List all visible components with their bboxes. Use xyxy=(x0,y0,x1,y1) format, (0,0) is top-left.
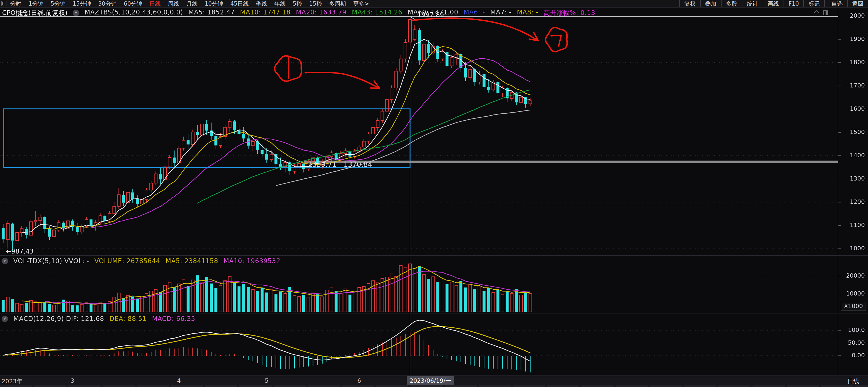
price-tick-label: 1700 xyxy=(839,82,865,89)
period-tag[interactable]: 日线 xyxy=(839,376,868,385)
price-tick-label: 1400 xyxy=(839,152,865,158)
main-indicator-header: CPO概念(日线.前复权) ∨ MAZTBS(5,10,20,43,60,0,0… xyxy=(2,8,595,17)
scrollbar[interactable] xyxy=(0,385,868,387)
volume-indicator-values: VOL-TDX(5,10) VVOL: -VOLUME: 26785644MA5… xyxy=(13,257,280,265)
date-label-4: 6 xyxy=(357,377,361,384)
indicator-value-6: MA6: - xyxy=(464,8,485,17)
macd-tick-label: 100.0 xyxy=(839,327,865,333)
indicator-value-2: MA10: 1747.18 xyxy=(240,8,290,17)
tool-menu-item-0[interactable]: 复权 xyxy=(679,0,700,7)
volume-unit-label: X1000 xyxy=(841,302,866,310)
vol-indicator-value-0: VOL-TDX(5,10) VVOL: - xyxy=(13,257,89,265)
macd-tick-label: 0.00 xyxy=(839,352,865,359)
menu-item-5[interactable]: 60分钟 xyxy=(124,0,142,7)
symbol-title: CPO概念(日线.前复权) xyxy=(2,8,67,17)
pane-option-icons: ◇ ◨ xyxy=(814,8,829,16)
menu-item-8[interactable]: 月线 xyxy=(186,0,197,7)
menu-item-10[interactable]: 45日线 xyxy=(230,0,249,7)
menu-item-11[interactable]: 季线 xyxy=(256,0,267,7)
date-label-1: 3 xyxy=(71,377,74,384)
price-tick-label: 1300 xyxy=(839,175,865,182)
tool-menu-item-3[interactable]: 统计 xyxy=(742,0,763,7)
indicator-value-4: MA43: 1514.26 xyxy=(352,8,402,17)
tools-menu: 复权叠加多股统计画线F10标记-自选返回 xyxy=(679,0,868,7)
tool-menu-item-7[interactable]: -自选 xyxy=(824,0,847,7)
tool-menu-item-8[interactable]: 返回 xyxy=(847,0,868,7)
diamond-icon[interactable]: ◇ xyxy=(814,8,819,16)
tool-menu-item-1[interactable]: 叠加 xyxy=(700,0,721,7)
high-price-marker: 1997.89 xyxy=(417,11,444,19)
macd-indicator-header: ∨ MACD(12,26,9) DIF: 121.68DEA: 88.51MAC… xyxy=(2,315,195,323)
macd-tick-label: 50.00 xyxy=(839,339,865,346)
price-tick-label: 1000 xyxy=(839,245,865,252)
macd-indicator-value-1: DEA: 88.51 xyxy=(110,315,147,323)
menu-item-15[interactable]: 多周期 xyxy=(329,0,346,7)
indicator-value-0: MAZTBS(5,10,20,43,60,0,0,0) xyxy=(85,8,183,17)
tool-menu-item-5[interactable]: F10 xyxy=(783,0,804,7)
main-indicator-values: MAZTBS(5,10,20,43,60,0,0,0)MA5: 1852.47M… xyxy=(85,8,595,17)
macd-indicator-values: MACD(12,26,9) DIF: 121.68DEA: 88.51MACD:… xyxy=(13,315,195,323)
price-tick-label: 2000 xyxy=(839,12,865,19)
price-tick-label: 1900 xyxy=(839,36,865,42)
menu-item-13[interactable]: 5秒 xyxy=(292,0,302,7)
indicator-value-7: MA7: - xyxy=(490,8,512,17)
chevron-down-icon[interactable]: ∨ xyxy=(2,316,8,322)
macd-indicator-value-2: MACD: 66.35 xyxy=(152,315,195,323)
indicator-value-1: MA5: 1852.47 xyxy=(188,8,235,17)
low-price-marker: ←987.43 xyxy=(6,248,34,255)
vol-indicator-value-1: VOLUME: 26785644 xyxy=(94,257,160,265)
tool-menu-item-4[interactable]: 画线 xyxy=(763,0,783,7)
price-tick-label: 1600 xyxy=(839,106,865,112)
menu-item-9[interactable]: 10分钟 xyxy=(205,0,223,7)
date-label-3: 5 xyxy=(265,377,269,384)
chart-canvas[interactable] xyxy=(0,0,868,387)
menu-item-7[interactable]: 周线 xyxy=(168,0,179,7)
volume-tick-label: 10000 xyxy=(839,290,865,297)
volume-tick-label: 20000 xyxy=(839,272,865,279)
tool-menu-item-2[interactable]: 多股 xyxy=(721,0,742,7)
menu-item-6[interactable]: 日线 xyxy=(149,0,161,7)
menu-item-12[interactable]: 年线 xyxy=(274,0,285,7)
date-axis[interactable]: 2023年34562023/06/19/一 xyxy=(0,376,868,385)
indicator-value-9: 高开涨幅%: 0.13 xyxy=(544,8,595,17)
split-pane-icon[interactable]: ◨ xyxy=(823,8,829,16)
period-menu: 分时1分钟5分钟15分钟30分钟60分钟日线周线月线10分钟45日线季线年线5秒… xyxy=(0,0,369,7)
indicator-value-3: MA20: 1633.79 xyxy=(296,8,346,17)
price-tick-label: 1800 xyxy=(839,59,865,65)
macd-indicator-value-0: MACD(12,26,9) DIF: 121.68 xyxy=(13,315,104,323)
menu-item-4[interactable]: 30分钟 xyxy=(98,0,117,7)
chevron-down-icon[interactable]: ∨ xyxy=(2,258,8,264)
app-window-icon[interactable] xyxy=(1,1,6,6)
trading-app-window: { "menu": { "left": ["分时","1分钟","5分钟","1… xyxy=(0,0,868,387)
indicator-value-8: MA8: - xyxy=(517,8,538,17)
tool-menu-item-6[interactable]: 标记 xyxy=(803,0,824,7)
date-highlight: 2023/06/19/一 xyxy=(407,376,454,385)
menu-item-2[interactable]: 5分钟 xyxy=(51,0,65,7)
price-tick-label: 1100 xyxy=(839,222,865,229)
menu-item-0[interactable]: 分时 xyxy=(10,0,21,7)
date-label-0: 2023年 xyxy=(2,377,23,385)
price-tick-label: 1500 xyxy=(839,129,865,135)
volume-indicator-header: ∨ VOL-TDX(5,10) VVOL: -VOLUME: 26785644M… xyxy=(2,257,280,265)
band-range-label: 1359.71 - 1370.84 xyxy=(308,160,372,169)
vol-indicator-value-2: MA5: 23841158 xyxy=(166,257,218,265)
menu-item-16[interactable]: 更多> xyxy=(353,0,369,7)
menu-item-3[interactable]: 15分钟 xyxy=(73,0,91,7)
top-menubar: 分时1分钟5分钟15分钟30分钟60分钟日线周线月线10分钟45日线季线年线5秒… xyxy=(0,0,868,8)
menu-item-1[interactable]: 1分钟 xyxy=(29,0,43,7)
menu-item-14[interactable]: 15秒 xyxy=(309,0,322,7)
price-tick-label: 1200 xyxy=(839,199,865,205)
vol-indicator-value-3: MA10: 19639532 xyxy=(223,257,280,265)
chevron-down-icon[interactable]: ∨ xyxy=(73,10,79,16)
date-label-2: 4 xyxy=(177,377,181,384)
